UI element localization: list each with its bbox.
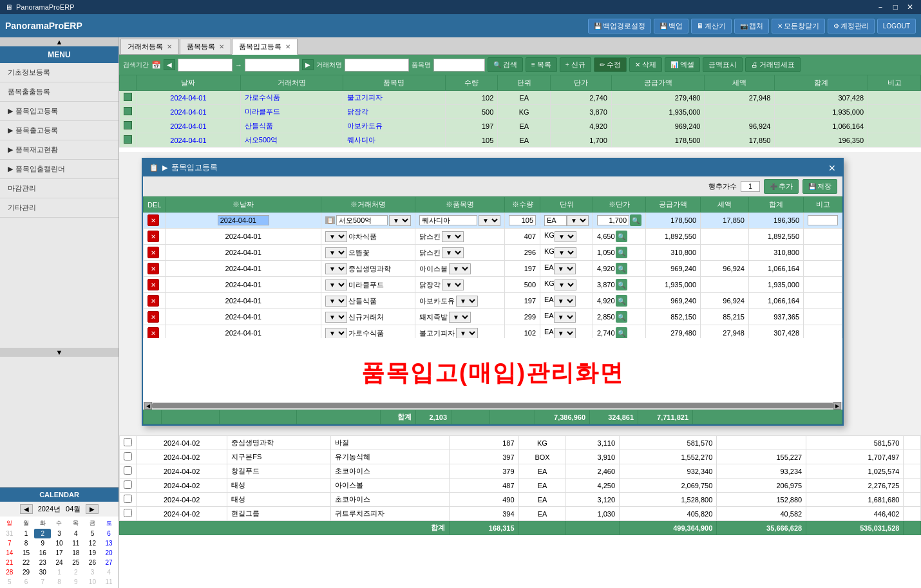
cal-cell[interactable]: 5: [1, 577, 18, 587]
unit-select5[interactable]: ▼: [555, 280, 576, 290]
price-search-icon6[interactable]: 🔍: [616, 295, 627, 307]
partner-select8[interactable]: ▼: [325, 328, 347, 339]
qty-field[interactable]: [509, 215, 536, 225]
partner-picker-icon[interactable]: 📋: [325, 216, 335, 224]
unit-select[interactable]: ▼: [567, 215, 589, 226]
cal-cell[interactable]: 3: [51, 529, 68, 538]
calculator-button[interactable]: 🖩 계산기: [691, 19, 732, 33]
unit-cell[interactable]: ▼: [540, 213, 593, 229]
cal-cell[interactable]: 10: [51, 538, 68, 548]
table-row[interactable]: 2024-04-02 현길그룹 귀트루치즈피자 394 EA 1,030 405…: [120, 507, 921, 521]
modal-table-row[interactable]: ✕ 2024-04-01 ▼신규거래처 돼지족발▼ 299 EA▼ 2,850🔍…: [144, 309, 842, 325]
sidebar-item-other[interactable]: 기타관리: [0, 198, 119, 218]
cal-cell[interactable]: 14: [1, 548, 18, 558]
row-check[interactable]: [120, 436, 137, 450]
product-select4[interactable]: ▼: [449, 263, 471, 274]
cal-cell[interactable]: 19: [84, 548, 101, 558]
cal-cell[interactable]: 26: [84, 558, 101, 567]
unit-field[interactable]: [544, 215, 567, 226]
sidebar-scroll-down[interactable]: ▼: [0, 348, 119, 357]
del-cell[interactable]: ✕: [144, 293, 166, 309]
scrollbar-left[interactable]: ◀: [144, 402, 152, 410]
unit-select7[interactable]: ▼: [554, 312, 576, 323]
del-cell[interactable]: ✕: [144, 325, 166, 339]
tab-product-in[interactable]: 품목입고등록 ✕: [232, 39, 298, 55]
cal-cell[interactable]: 16: [34, 548, 51, 558]
date-field[interactable]: [218, 215, 269, 225]
cal-cell[interactable]: 3: [84, 567, 101, 577]
unit-select3[interactable]: ▼: [555, 247, 576, 258]
next-date-button[interactable]: ▶: [302, 59, 314, 70]
row-check[interactable]: [120, 464, 137, 479]
cal-cell[interactable]: 8: [51, 577, 68, 587]
price-field[interactable]: [597, 215, 629, 225]
cal-cell[interactable]: 28: [1, 567, 18, 577]
cal-cell[interactable]: 5: [84, 529, 101, 538]
cal-cell[interactable]: 6: [100, 529, 117, 538]
sidebar-item-basic-info[interactable]: 기초정보등록: [0, 63, 119, 82]
checkbox[interactable]: [124, 466, 132, 475]
partner-field[interactable]: [336, 215, 388, 225]
del-cell[interactable]: ✕: [144, 261, 166, 277]
unit-select2[interactable]: ▼: [555, 231, 576, 242]
list-button[interactable]: ≡ 목록: [526, 57, 557, 72]
price-search-icon[interactable]: 🔍: [630, 214, 641, 226]
partner-select[interactable]: ▼: [389, 215, 411, 226]
date-to-input[interactable]: 2024-04-30: [245, 59, 299, 71]
del-cell[interactable]: ✕: [144, 309, 166, 325]
title-bar-controls[interactable]: － □ ✕: [874, 2, 916, 13]
product-cell[interactable]: ▼: [415, 213, 505, 229]
cal-cell[interactable]: 24: [51, 558, 68, 567]
modal-table-row[interactable]: ✕ 2024-04-01 ▼야차식품 닭스킨▼ 407 KG▼ 4,650🔍 1…: [144, 229, 842, 245]
product-select7[interactable]: ▼: [449, 312, 471, 323]
logout-button[interactable]: LOGOUT: [877, 19, 916, 33]
cal-cell[interactable]: 6: [18, 577, 35, 587]
cal-cell[interactable]: 1: [51, 567, 68, 577]
cal-cell[interactable]: 8: [18, 538, 35, 548]
cal-cell-today[interactable]: 2: [34, 529, 51, 538]
delete-row-button[interactable]: ✕: [147, 231, 159, 242]
edit-button[interactable]: ✏ 수정: [594, 57, 627, 72]
tab-product[interactable]: 품목등록 ✕: [180, 39, 231, 54]
product-input[interactable]: [433, 59, 485, 71]
price-cell[interactable]: 🔍: [593, 213, 646, 229]
modal-table-row[interactable]: ✕ 2024-04-01 ▼으뜸꽃 닭스킨▼ 296 KG▼ 1,050🔍 31…: [144, 245, 842, 261]
partner-select5[interactable]: ▼: [325, 280, 347, 290]
tab-partner[interactable]: 거래처등록 ✕: [120, 39, 179, 54]
checkbox[interactable]: [124, 452, 132, 460]
account-manage-button[interactable]: ⚙ 계정관리: [828, 19, 875, 33]
cal-cell[interactable]: 21: [1, 558, 18, 567]
cal-cell[interactable]: 25: [68, 558, 84, 567]
tab-close-product[interactable]: ✕: [219, 43, 224, 50]
cal-cell[interactable]: 7: [34, 577, 51, 587]
modal-close-button[interactable]: ✕: [828, 163, 836, 173]
tab-close-partner[interactable]: ✕: [167, 43, 172, 50]
modal-table-row[interactable]: ✕ 2024-04-01 ▼중심생명과학 아이스볼▼ 197 EA▼ 4,920…: [144, 261, 842, 277]
modal-table-row[interactable]: ✕ 2024-04-01 ▼가로수식품 불고기피자▼ 102 EA▼ 2,740…: [144, 325, 842, 339]
amount-display-button[interactable]: 금액표시: [703, 57, 743, 72]
partner-select2[interactable]: ▼: [325, 231, 347, 242]
checkbox[interactable]: [124, 438, 132, 446]
partner-select4[interactable]: ▼: [325, 263, 347, 274]
maximize-button[interactable]: □: [891, 2, 900, 13]
calendar-prev-button[interactable]: ◀: [20, 504, 33, 514]
delete-row-button[interactable]: ✕: [147, 279, 159, 290]
modal-table-row[interactable]: ✕ 📋 ▼: [144, 213, 842, 229]
table-row[interactable]: 2024-04-02 태성 초코아이스 490 EA 3,120 1,528,8…: [120, 493, 921, 507]
price-search-icon2[interactable]: 🔍: [616, 231, 627, 242]
backup-button[interactable]: 💾 백업: [654, 19, 688, 33]
price-search-icon8[interactable]: 🔍: [616, 327, 627, 338]
cal-cell[interactable]: 31: [1, 529, 18, 538]
cal-cell[interactable]: 11: [100, 577, 117, 587]
partner-select3[interactable]: ▼: [325, 247, 347, 258]
row-check[interactable]: [120, 133, 137, 147]
excel-button[interactable]: 📊 엑셀: [665, 57, 700, 72]
qty-cell[interactable]: [505, 213, 540, 229]
cal-cell[interactable]: 20: [100, 548, 117, 558]
close-button[interactable]: ✕: [904, 2, 916, 13]
cal-cell[interactable]: 7: [1, 538, 18, 548]
note-field[interactable]: [808, 215, 838, 225]
cal-cell[interactable]: 1: [18, 529, 35, 538]
delete-row-button[interactable]: ✕: [147, 327, 159, 338]
sidebar-item-product-out[interactable]: 품목출출등록: [0, 82, 119, 102]
